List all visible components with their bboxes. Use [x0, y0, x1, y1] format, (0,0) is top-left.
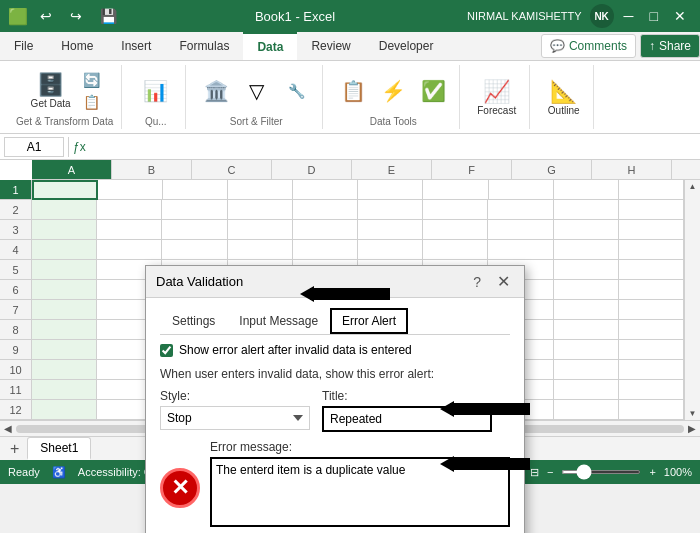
flash-fill-button[interactable]: ⚡	[375, 76, 411, 106]
redo-icon[interactable]: ↪	[64, 6, 88, 26]
scroll-left-icon[interactable]: ◀	[0, 423, 16, 434]
cell-a8[interactable]	[32, 320, 97, 340]
cell-i4[interactable]	[554, 240, 619, 260]
tab-data[interactable]: Data	[243, 32, 297, 60]
cell-c4[interactable]	[162, 240, 227, 260]
sheet-tab-1[interactable]: Sheet1	[27, 437, 91, 460]
cell-d4[interactable]	[228, 240, 293, 260]
zoom-out-icon[interactable]: −	[547, 466, 553, 478]
cell-b4[interactable]	[97, 240, 162, 260]
cell-j3[interactable]	[619, 220, 684, 240]
cell-j10[interactable]	[619, 360, 684, 380]
cell-i8[interactable]	[554, 320, 619, 340]
col-header-g[interactable]: G	[512, 160, 592, 179]
get-data-button[interactable]: 🗄️ Get Data	[26, 69, 76, 112]
cell-a4[interactable]	[32, 240, 97, 260]
save-icon[interactable]: 💾	[94, 6, 123, 26]
tab-formulas[interactable]: Formulas	[165, 32, 243, 60]
cell-j4[interactable]	[619, 240, 684, 260]
cell-f1[interactable]	[358, 180, 423, 200]
close-window-button[interactable]: ✕	[668, 6, 692, 26]
cell-a1[interactable]	[32, 180, 98, 200]
cell-i5[interactable]	[554, 260, 619, 280]
tab-insert[interactable]: Insert	[107, 32, 165, 60]
cell-g1[interactable]	[423, 180, 488, 200]
cell-j9[interactable]	[619, 340, 684, 360]
cell-h4[interactable]	[488, 240, 553, 260]
comments-button[interactable]: 💬 Comments	[541, 34, 636, 58]
cell-e3[interactable]	[293, 220, 358, 240]
filter-button[interactable]: ▽	[238, 76, 274, 106]
dialog-help-icon[interactable]: ?	[473, 274, 481, 290]
col-header-a[interactable]: A	[32, 160, 112, 179]
cell-j8[interactable]	[619, 320, 684, 340]
cell-g4[interactable]	[423, 240, 488, 260]
row-header-9[interactable]: 9	[0, 340, 31, 360]
cell-i3[interactable]	[554, 220, 619, 240]
cell-e1[interactable]	[293, 180, 358, 200]
cell-c1[interactable]	[163, 180, 228, 200]
dialog-tab-error-alert[interactable]: Error Alert	[330, 308, 408, 334]
cell-j2[interactable]	[619, 200, 684, 220]
cell-e2[interactable]	[293, 200, 358, 220]
row-header-2[interactable]: 2	[0, 200, 31, 220]
scroll-up-icon[interactable]: ▲	[689, 182, 697, 191]
cell-i1[interactable]	[554, 180, 619, 200]
cell-e4[interactable]	[293, 240, 358, 260]
vertical-scrollbar[interactable]: ▲ ▼	[684, 180, 700, 420]
col-header-e[interactable]: E	[352, 160, 432, 179]
row-header-12[interactable]: 12	[0, 400, 31, 420]
cell-i11[interactable]	[554, 380, 619, 400]
queries-button[interactable]: 📊	[138, 76, 174, 106]
cell-b3[interactable]	[97, 220, 162, 240]
cell-i6[interactable]	[554, 280, 619, 300]
dialog-tab-settings[interactable]: Settings	[160, 308, 227, 334]
cell-i10[interactable]	[554, 360, 619, 380]
maximize-button[interactable]: □	[644, 6, 664, 26]
cell-g2[interactable]	[423, 200, 488, 220]
col-header-d[interactable]: D	[272, 160, 352, 179]
cell-a7[interactable]	[32, 300, 97, 320]
title-input[interactable]	[322, 406, 492, 432]
row-header-10[interactable]: 10	[0, 360, 31, 380]
cell-d3[interactable]	[228, 220, 293, 240]
share-button[interactable]: ↑ Share	[640, 34, 700, 58]
cell-j1[interactable]	[619, 180, 684, 200]
undo-icon[interactable]: ↩	[34, 6, 58, 26]
cell-h2[interactable]	[488, 200, 553, 220]
minimize-button[interactable]: ─	[618, 6, 640, 26]
cell-a2[interactable]	[32, 200, 97, 220]
row-header-8[interactable]: 8	[0, 320, 31, 340]
row-header-11[interactable]: 11	[0, 380, 31, 400]
layout-page-break-icon[interactable]: ⊟	[530, 466, 539, 479]
cell-f2[interactable]	[358, 200, 423, 220]
forecast-button[interactable]: 📈 Forecast	[472, 76, 521, 119]
cell-a9[interactable]	[32, 340, 97, 360]
cell-g3[interactable]	[423, 220, 488, 240]
cell-c3[interactable]	[162, 220, 227, 240]
row-header-6[interactable]: 6	[0, 280, 31, 300]
cell-a3[interactable]	[32, 220, 97, 240]
row-header-1[interactable]: 1	[0, 180, 31, 200]
cell-i7[interactable]	[554, 300, 619, 320]
cell-b2[interactable]	[97, 200, 162, 220]
row-header-7[interactable]: 7	[0, 300, 31, 320]
cell-j12[interactable]	[619, 400, 684, 420]
cell-d1[interactable]	[228, 180, 293, 200]
cell-f4[interactable]	[358, 240, 423, 260]
col-header-h[interactable]: H	[592, 160, 672, 179]
cell-a6[interactable]	[32, 280, 97, 300]
tab-home[interactable]: Home	[47, 32, 107, 60]
scroll-down-icon[interactable]: ▼	[689, 409, 697, 418]
row-header-4[interactable]: 4	[0, 240, 31, 260]
row-header-3[interactable]: 3	[0, 220, 31, 240]
cell-i2[interactable]	[554, 200, 619, 220]
cell-i9[interactable]	[554, 340, 619, 360]
tab-review[interactable]: Review	[297, 32, 364, 60]
cell-f3[interactable]	[358, 220, 423, 240]
cell-j7[interactable]	[619, 300, 684, 320]
advanced-filter-button[interactable]: 🔧	[278, 80, 314, 102]
cell-c2[interactable]	[162, 200, 227, 220]
cell-i12[interactable]	[554, 400, 619, 420]
tab-developer[interactable]: Developer	[365, 32, 448, 60]
